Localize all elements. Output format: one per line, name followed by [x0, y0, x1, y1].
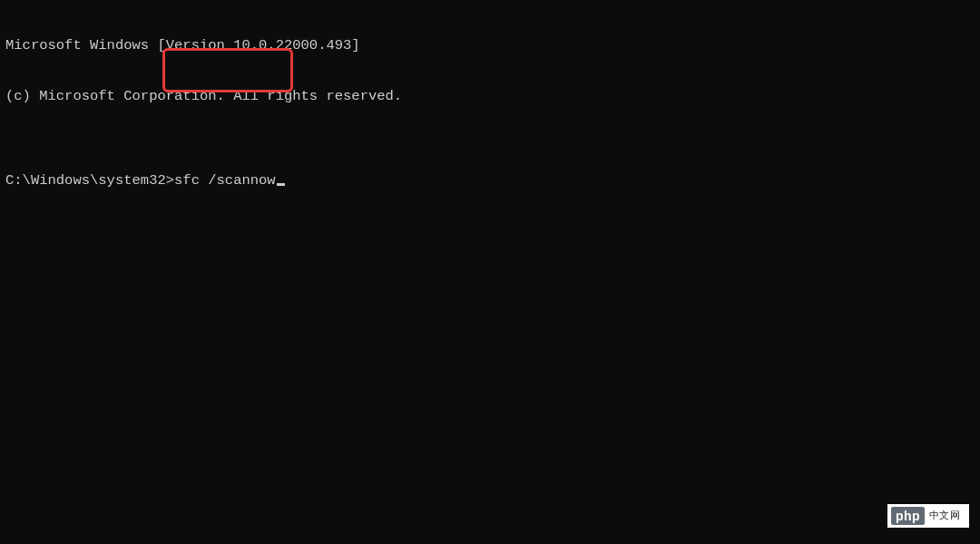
version-line: Microsoft Windows [Version 10.0.22000.49… — [5, 37, 975, 54]
command-input[interactable]: sfc /scannow — [174, 172, 276, 189]
copyright-line: (c) Microsoft Corporation. All rights re… — [5, 88, 975, 105]
watermark-cn-label: 中文网 — [929, 510, 960, 521]
prompt-line[interactable]: C:\Windows\system32>sfc /scannow — [5, 172, 975, 189]
command-prompt-output[interactable]: Microsoft Windows [Version 10.0.22000.49… — [0, 0, 980, 209]
text-cursor-icon — [277, 183, 285, 186]
watermark-php-label: php — [891, 507, 925, 526]
prompt-path: C:\Windows\system32> — [5, 172, 174, 189]
watermark-badge: php 中文网 — [887, 504, 969, 528]
